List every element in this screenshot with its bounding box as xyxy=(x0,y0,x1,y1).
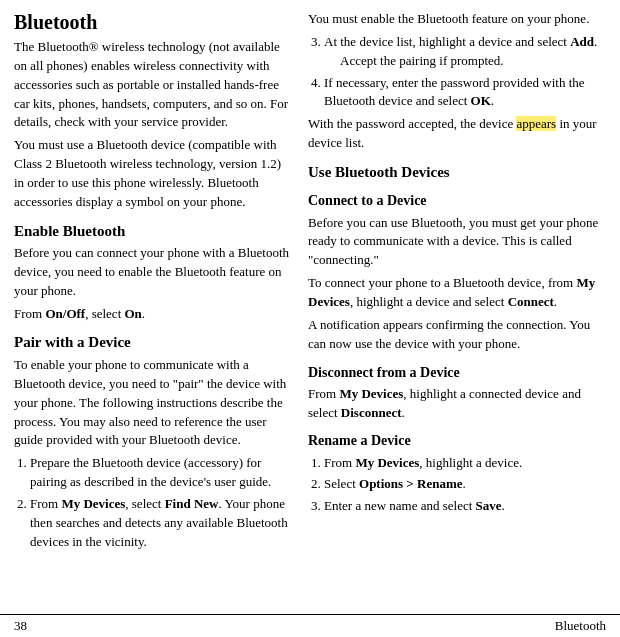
intro-para-1: The Bluetooth® wireless technology (not … xyxy=(14,38,290,132)
pair-steps-list: Prepare the Bluetooth device (accessory)… xyxy=(30,454,290,551)
pair-device-heading: Pair with a Device xyxy=(14,333,290,353)
password-accepted-text: With the password accepted, the device a… xyxy=(308,115,606,153)
disconnect-device-heading: Disconnect from a Device xyxy=(308,364,606,382)
connect-device-heading: Connect to a Device xyxy=(308,192,606,210)
use-bluetooth-heading: Use Bluetooth Devices xyxy=(308,163,606,183)
page-title: Bluetooth xyxy=(14,10,290,34)
pair-intro: To enable your phone to communicate with… xyxy=(14,356,290,450)
rename-step-3: Enter a new name and select Save. xyxy=(324,497,606,516)
enable-para-1: Before you can connect your phone with a… xyxy=(14,244,290,301)
pair-steps-continued: At the device list, highlight a device a… xyxy=(324,33,606,111)
right-intro: You must enable the Bluetooth feature on… xyxy=(308,10,606,29)
connect-notification: A notification appears confirming the co… xyxy=(308,316,606,354)
intro-para-2: You must use a Bluetooth device (compati… xyxy=(14,136,290,211)
footer-bar: 38 Bluetooth xyxy=(0,614,620,637)
pair-step-2: From My Devices, select Find New. Your p… xyxy=(30,495,290,552)
enable-para-2: From On/Off, select On. xyxy=(14,305,290,324)
rename-step-1: From My Devices, highlight a device. xyxy=(324,454,606,473)
left-column: Bluetooth The Bluetooth® wireless techno… xyxy=(14,10,304,614)
rename-device-heading: Rename a Device xyxy=(308,432,606,450)
footer-page-number: 38 xyxy=(14,618,27,634)
enable-bluetooth-heading: Enable Bluetooth xyxy=(14,222,290,242)
rename-steps-list: From My Devices, highlight a device. Sel… xyxy=(324,454,606,517)
content-area: Bluetooth The Bluetooth® wireless techno… xyxy=(0,0,620,614)
right-column: You must enable the Bluetooth feature on… xyxy=(304,10,606,614)
rename-step-2: Select Options > Rename. xyxy=(324,475,606,494)
page-container: Bluetooth The Bluetooth® wireless techno… xyxy=(0,0,620,637)
pair-step-1: Prepare the Bluetooth device (accessory)… xyxy=(30,454,290,492)
pair-step-3: At the device list, highlight a device a… xyxy=(324,33,606,71)
pair-step-3-sub: Accept the pairing if prompted. xyxy=(340,52,606,71)
pair-step-4: If necessary, enter the password provide… xyxy=(324,74,606,112)
connect-steps: To connect your phone to a Bluetooth dev… xyxy=(308,274,606,312)
disconnect-text: From My Devices, highlight a connected d… xyxy=(308,385,606,423)
footer-section-name: Bluetooth xyxy=(555,618,606,634)
connect-intro: Before you can use Bluetooth, you must g… xyxy=(308,214,606,271)
